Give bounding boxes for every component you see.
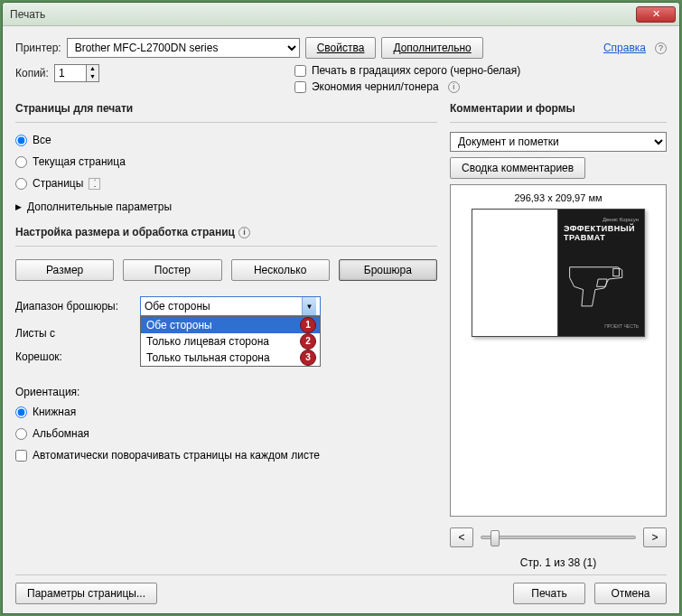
help-icon[interactable]: ? bbox=[655, 42, 667, 54]
gun-illustration bbox=[564, 242, 639, 323]
poster-button[interactable]: Постер bbox=[123, 259, 221, 281]
comments-summary-button[interactable]: Сводка комментариев bbox=[450, 157, 585, 179]
print-button[interactable]: Печать bbox=[513, 583, 585, 604]
landscape-radio[interactable] bbox=[15, 428, 27, 440]
booklet-range-combo[interactable]: Обе стороны▼ Обе стороны1 Только лицевая… bbox=[140, 296, 321, 316]
pages-current-radio[interactable] bbox=[15, 156, 27, 168]
svg-rect-0 bbox=[613, 268, 620, 275]
inksave-checkbox[interactable] bbox=[294, 81, 306, 93]
pages-section-title: Страницы для печати bbox=[15, 102, 437, 115]
info-icon[interactable]: i bbox=[238, 227, 250, 238]
landscape-label: Альбомная bbox=[33, 427, 89, 440]
close-button[interactable]: ✕ bbox=[636, 6, 676, 23]
spin-up-icon[interactable]: ▲ bbox=[87, 65, 98, 73]
orientation-title: Ориентация: bbox=[15, 386, 437, 398]
grayscale-label: Печать в градациях серого (черно-белая) bbox=[312, 64, 520, 77]
booklet-range-label: Диапазон брошюры: bbox=[15, 300, 133, 313]
pages-current-label: Текущая страница bbox=[33, 155, 126, 168]
window-title: Печать bbox=[10, 8, 636, 21]
more-params-toggle[interactable]: ▶Дополнительные параметры bbox=[15, 201, 437, 213]
dropdown-option[interactable]: Обе стороны1 bbox=[141, 317, 320, 333]
page-setup-button[interactable]: Параметры страницы... bbox=[15, 583, 157, 604]
preview-panel: 296,93 x 209,97 мм Денис Коршун ЭФФЕКТИВ… bbox=[450, 184, 667, 517]
page-counter: Стр. 1 из 38 (1) bbox=[450, 556, 667, 569]
copies-input[interactable] bbox=[55, 65, 86, 81]
cancel-button[interactable]: Отмена bbox=[594, 583, 667, 604]
autorotate-checkbox[interactable] bbox=[15, 450, 27, 462]
comments-select[interactable]: Документ и пометки bbox=[450, 132, 667, 152]
titlebar: Печать ✕ bbox=[3, 3, 679, 26]
grayscale-checkbox[interactable] bbox=[294, 65, 306, 77]
dropdown-option[interactable]: Только лицевая сторона2 bbox=[141, 333, 320, 350]
copies-label: Копий: bbox=[15, 67, 49, 79]
spine-label: Корешок: bbox=[15, 350, 133, 363]
step-badge: 2 bbox=[300, 333, 316, 350]
autorotate-label: Автоматически поворачивать страницы на к… bbox=[33, 449, 320, 462]
pages-range-input[interactable] bbox=[89, 178, 100, 190]
pages-all-radio[interactable] bbox=[15, 135, 27, 146]
preview-slider[interactable] bbox=[481, 536, 636, 539]
booklet-button[interactable]: Брошюра bbox=[339, 259, 437, 281]
pages-range-label: Страницы bbox=[33, 177, 83, 190]
properties-button[interactable]: Свойства bbox=[305, 37, 377, 59]
portrait-label: Книжная bbox=[33, 406, 76, 418]
help-link[interactable]: Справка bbox=[603, 42, 646, 54]
dropdown-option[interactable]: Только тыльная сторона3 bbox=[141, 350, 320, 366]
printer-select[interactable]: Brother MFC-L2700DN series bbox=[67, 38, 300, 58]
preview-page-right: Денис Коршун ЭФФЕКТИВНЫЙ ТРАВМАТ ПРОЕ bbox=[558, 210, 644, 336]
preview-dimensions: 296,93 x 209,97 мм bbox=[514, 192, 602, 203]
inksave-label: Экономия чернил/тонера bbox=[312, 80, 439, 93]
advanced-button[interactable]: Дополнительно bbox=[381, 37, 482, 59]
chevron-down-icon: ▼ bbox=[302, 297, 316, 315]
sizing-section-title: Настройка размера и обработка страниц bbox=[15, 226, 235, 238]
pages-all-label: Все bbox=[33, 134, 51, 146]
pages-range-radio[interactable] bbox=[15, 178, 27, 190]
comments-section-title: Комментарии и формы bbox=[450, 102, 667, 115]
info-icon[interactable]: i bbox=[448, 81, 460, 93]
print-dialog: Печать ✕ Принтер: Brother MFC-L2700DN se… bbox=[2, 2, 680, 614]
preview-spread: Денис Коршун ЭФФЕКТИВНЫЙ ТРАВМАТ ПРОЕ bbox=[472, 209, 645, 337]
preview-page-left bbox=[472, 210, 558, 336]
size-button[interactable]: Размер bbox=[15, 259, 114, 281]
booklet-range-dropdown: Обе стороны1 Только лицевая сторона2 Тол… bbox=[140, 316, 321, 367]
copies-spinner[interactable]: ▲▼ bbox=[54, 64, 99, 82]
multiple-button[interactable]: Несколько bbox=[231, 259, 330, 281]
preview-prev-button[interactable]: < bbox=[450, 527, 473, 547]
spin-down-icon[interactable]: ▼ bbox=[87, 73, 98, 81]
portrait-radio[interactable] bbox=[15, 406, 27, 418]
step-badge: 1 bbox=[300, 317, 316, 333]
slider-thumb[interactable] bbox=[490, 530, 500, 546]
sheets-label: Листы с bbox=[15, 327, 133, 340]
printer-label: Принтер: bbox=[15, 42, 61, 54]
chevron-right-icon: ▶ bbox=[15, 202, 22, 211]
step-badge: 3 bbox=[300, 350, 316, 366]
preview-next-button[interactable]: > bbox=[643, 527, 667, 547]
